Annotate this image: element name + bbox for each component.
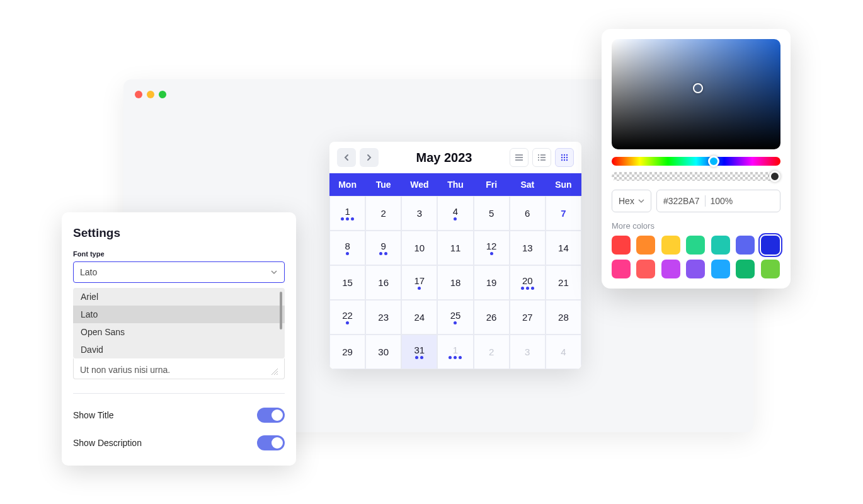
calendar-day-cell[interactable]: 29 [329,335,365,369]
calendar-day-cell[interactable]: 7 [546,196,581,231]
calendar-day-cell[interactable]: 1 [329,196,365,231]
alpha-cursor[interactable] [769,171,780,182]
font-option[interactable]: David [73,341,285,358]
calendar-view-switcher [510,148,574,167]
font-option[interactable]: Lato [73,306,285,323]
calendar-day-cell[interactable]: 2 [474,335,510,369]
color-swatch[interactable] [612,260,631,278]
color-swatch[interactable] [636,260,655,278]
color-swatches [612,236,780,278]
calendar-grid: 1234567891011121314151617181920212223242… [329,196,581,369]
calendar-day-cell[interactable]: 24 [401,300,437,335]
calendar-day-cell[interactable]: 16 [365,265,401,300]
calendar-day-number: 1 [453,345,458,355]
calendar-day-cell[interactable]: 30 [365,335,401,369]
maximize-window-button[interactable] [159,91,166,98]
color-saturation-canvas[interactable] [612,39,780,149]
event-dots [454,217,457,220]
calendar-day-cell[interactable]: 12 [474,231,510,265]
svg-point-8 [566,157,568,158]
color-swatch[interactable] [661,260,680,278]
calendar-day-number: 9 [381,241,386,251]
color-cursor[interactable] [693,83,703,93]
grid-icon [561,154,568,161]
calendar-day-cell[interactable]: 8 [329,231,365,265]
alpha-slider[interactable] [612,172,780,181]
show-description-toggle[interactable] [257,435,285,450]
calendar-day-number: 12 [486,241,497,251]
color-swatch[interactable] [736,260,755,278]
calendar-day-cell[interactable]: 19 [474,265,510,300]
calendar-day-cell[interactable]: 2 [365,196,401,231]
calendar-day-cell[interactable]: 17 [401,265,437,300]
calendar-day-cell[interactable]: 23 [365,300,401,335]
chevron-down-icon [270,268,278,276]
calendar-day-cell[interactable]: 25 [437,300,473,335]
color-swatch[interactable] [661,236,680,255]
show-title-label: Show Title [73,410,114,420]
calendar-day-cell[interactable]: 5 [474,196,510,231]
svg-point-4 [564,154,565,156]
calendar-day-cell[interactable]: 31 [401,335,437,369]
calendar-day-cell[interactable]: 3 [401,196,437,231]
calendar-day-cell[interactable]: 22 [329,300,365,335]
hue-cursor[interactable] [708,156,719,167]
calendar-day-number: 5 [489,208,494,219]
calendar-day-cell[interactable]: 1 [437,335,473,369]
calendar-day-cell[interactable]: 11 [437,231,473,265]
color-swatch[interactable] [761,236,780,255]
calendar-day-cell[interactable]: 4 [546,335,581,369]
color-swatch[interactable] [686,260,705,278]
calendar-day-name: Mon [329,173,365,196]
color-swatch[interactable] [612,236,631,255]
prev-month-button[interactable] [337,148,356,167]
close-window-button[interactable] [135,91,142,98]
calendar-day-cell[interactable]: 27 [510,300,546,335]
calendar-day-cell[interactable]: 26 [474,300,510,335]
color-swatch[interactable] [711,236,730,255]
calendar-day-cell[interactable]: 14 [546,231,581,265]
calendar-day-cell[interactable]: 10 [401,231,437,265]
calendar-day-cell[interactable]: 3 [510,335,546,369]
view-detail-button[interactable] [532,148,551,167]
view-list-button[interactable] [510,148,529,167]
calendar-day-cell[interactable]: 21 [546,265,581,300]
calendar-day-cell[interactable]: 13 [510,231,546,265]
calendar-day-cell[interactable]: 15 [329,265,365,300]
resize-handle-icon[interactable] [271,369,278,375]
calendar-day-cell[interactable]: 20 [510,265,546,300]
calendar-day-cell[interactable]: 18 [437,265,473,300]
font-option[interactable]: Ariel [73,288,285,306]
svg-point-9 [561,159,563,161]
calendar-day-cell[interactable]: 9 [365,231,401,265]
color-swatch[interactable] [686,236,705,255]
event-dot [490,252,493,255]
color-format-select[interactable]: Hex [612,190,651,212]
calendar-day-cell[interactable]: 4 [437,196,473,231]
font-option[interactable]: Open Sans [73,323,285,341]
color-swatch[interactable] [711,260,730,278]
settings-panel: Settings Font type Lato ArielLatoOpen Sa… [62,212,296,466]
hex-input[interactable]: #322BA7 100% [656,190,780,212]
font-type-select[interactable]: Lato [73,261,285,283]
color-swatch[interactable] [761,260,780,278]
show-title-toggle[interactable] [257,408,285,423]
calendar-day-number: 7 [561,208,566,219]
calendar-day-number: 4 [453,206,458,217]
dropdown-scrollbar[interactable] [280,292,282,329]
color-picker-panel: Hex #322BA7 100% More colors [602,29,791,289]
event-dot [521,287,524,290]
view-grid-button[interactable] [555,148,574,167]
next-month-button[interactable] [360,148,379,167]
calendar-widget: May 2023 MonTueWedThuFriSatSun 123456789… [329,142,581,369]
calendar-day-cell[interactable]: 6 [510,196,546,231]
calendar-day-cell[interactable]: 28 [546,300,581,335]
hue-slider[interactable] [612,157,780,166]
description-textarea[interactable]: Ut non varius nisi urna. [73,358,285,379]
calendar-day-number: 29 [342,346,353,357]
calendar-day-number: 17 [414,275,425,286]
minimize-window-button[interactable] [147,91,154,98]
color-swatch[interactable] [636,236,655,255]
calendar-title: May 2023 [416,151,472,165]
color-swatch[interactable] [736,236,755,255]
